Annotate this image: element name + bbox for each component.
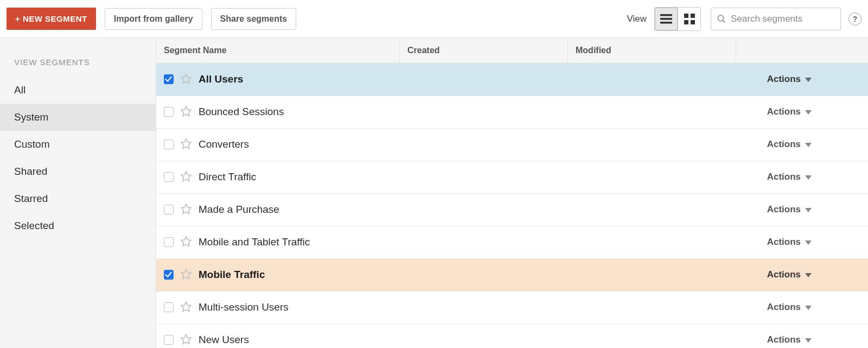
search-input[interactable] (731, 14, 835, 24)
segment-name[interactable]: Converters (199, 138, 249, 150)
chevron-down-icon (805, 237, 812, 248)
svg-marker-11 (181, 106, 191, 116)
row-checkbox[interactable] (164, 74, 174, 84)
grid-view-button[interactable] (678, 8, 700, 30)
cell-name: Direct Traffic (156, 170, 399, 184)
cell-name: Made a Purchase (156, 203, 399, 217)
row-checkbox[interactable] (164, 335, 174, 345)
table-row: All UsersActions (156, 64, 868, 96)
svg-rect-3 (684, 14, 688, 18)
cell-name: Bounced Sessions (156, 105, 399, 119)
svg-marker-25 (181, 334, 191, 344)
sidebar-item-all[interactable]: All (0, 77, 156, 104)
toolbar: + NEW SEGMENT Import from gallery Share … (0, 0, 868, 38)
star-button[interactable] (180, 333, 192, 347)
actions-button[interactable]: Actions (767, 139, 812, 150)
row-checkbox[interactable] (164, 172, 174, 182)
star-icon (180, 301, 192, 314)
actions-label: Actions (767, 269, 801, 280)
segment-name[interactable]: Made a Purchase (199, 204, 279, 216)
chevron-down-icon (805, 204, 812, 215)
svg-rect-1 (660, 18, 672, 20)
row-checkbox[interactable] (164, 205, 174, 214)
segment-name[interactable]: Mobile and Tablet Traffic (199, 236, 310, 248)
star-icon (180, 236, 192, 249)
sidebar-item-custom[interactable]: Custom (0, 131, 156, 158)
actions-button[interactable]: Actions (767, 106, 812, 117)
segment-name[interactable]: Mobile Traffic (199, 269, 265, 281)
column-header-created[interactable]: Created (399, 38, 567, 63)
actions-label: Actions (767, 204, 801, 215)
actions-button[interactable]: Actions (767, 334, 812, 345)
row-checkbox[interactable] (164, 140, 174, 149)
star-button[interactable] (180, 301, 192, 314)
segment-name[interactable]: All Users (199, 73, 243, 85)
segment-name[interactable]: Multi-session Users (199, 301, 289, 313)
sidebar-item-selected[interactable]: Selected (0, 212, 156, 239)
actions-button[interactable]: Actions (767, 204, 812, 215)
row-checkbox[interactable] (164, 302, 174, 312)
cell-actions: Actions (736, 302, 868, 313)
table-row: New UsersActions (156, 324, 868, 348)
svg-marker-23 (181, 301, 191, 311)
view-label: View (627, 14, 647, 24)
table-row: Made a PurchaseActions (156, 194, 868, 226)
star-button[interactable] (180, 268, 192, 282)
chevron-down-icon (805, 74, 812, 85)
star-button[interactable] (180, 236, 192, 249)
segment-name[interactable]: Direct Traffic (199, 171, 256, 183)
star-icon (180, 268, 192, 282)
cell-actions: Actions (736, 74, 868, 85)
svg-marker-19 (181, 236, 191, 246)
sidebar-item-system[interactable]: System (0, 104, 156, 131)
cell-name: All Users (156, 73, 399, 86)
svg-marker-18 (805, 208, 812, 212)
chevron-down-icon (805, 106, 812, 117)
sidebar: VIEW SEGMENTS AllSystemCustomSharedStarr… (0, 38, 156, 348)
star-button[interactable] (180, 105, 192, 119)
actions-label: Actions (767, 334, 801, 345)
segment-name[interactable]: New Users (199, 334, 249, 346)
svg-marker-26 (805, 338, 812, 343)
grid-icon (684, 14, 695, 24)
svg-rect-6 (691, 20, 695, 24)
star-button[interactable] (180, 138, 192, 151)
share-segments-button[interactable]: Share segments (211, 8, 297, 30)
sidebar-item-shared[interactable]: Shared (0, 158, 156, 185)
row-checkbox[interactable] (164, 107, 174, 117)
help-button[interactable]: ? (848, 12, 861, 26)
star-icon (180, 138, 192, 151)
row-checkbox[interactable] (164, 237, 174, 247)
sidebar-item-starred[interactable]: Starred (0, 185, 156, 212)
segments-table: Segment Name Created Modified All UsersA… (156, 38, 868, 348)
chevron-down-icon (805, 139, 812, 150)
column-header-modified[interactable]: Modified (567, 38, 736, 63)
actions-button[interactable]: Actions (767, 74, 812, 85)
star-button[interactable] (180, 203, 192, 217)
table-row: Mobile TrafficActions (156, 259, 868, 292)
chevron-down-icon (805, 269, 812, 280)
svg-rect-0 (660, 14, 672, 16)
actions-button[interactable]: Actions (767, 269, 812, 280)
actions-button[interactable]: Actions (767, 237, 812, 248)
actions-label: Actions (767, 106, 801, 117)
list-icon (660, 14, 672, 24)
import-from-gallery-button[interactable]: Import from gallery (105, 8, 202, 30)
column-header-name[interactable]: Segment Name (156, 46, 399, 55)
cell-name: Converters (156, 138, 399, 151)
list-view-button[interactable] (655, 8, 678, 30)
table-row: Mobile and Tablet TrafficActions (156, 226, 868, 259)
svg-marker-20 (805, 241, 812, 245)
search-box[interactable] (711, 8, 841, 30)
chevron-down-icon (805, 302, 812, 313)
actions-button[interactable]: Actions (767, 302, 812, 313)
cell-actions: Actions (736, 139, 868, 150)
segment-name[interactable]: Bounced Sessions (199, 106, 284, 118)
row-checkbox[interactable] (164, 270, 174, 280)
star-button[interactable] (180, 170, 192, 184)
cell-name: Multi-session Users (156, 301, 399, 314)
new-segment-button[interactable]: + NEW SEGMENT (7, 8, 96, 30)
actions-button[interactable]: Actions (767, 172, 812, 182)
star-icon (180, 73, 192, 86)
star-button[interactable] (180, 73, 192, 86)
